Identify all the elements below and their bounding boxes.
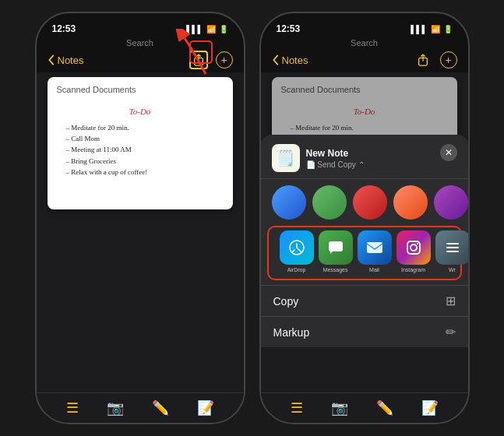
svg-point-7 (411, 244, 417, 251)
phone-notch (101, 13, 179, 33)
red-arrow-annotation (171, 29, 210, 79)
svg-rect-10 (446, 247, 459, 248)
bottom-toolbar-right: ☰ 📷 ✏️ 📝 (261, 392, 468, 423)
nav-bar-left: Notes + (37, 49, 244, 72)
apps-row: AirDrop Messages (267, 226, 462, 280)
left-phone: 12:53 ▌▌▌ 📶 🔋 Search Notes + (35, 12, 245, 424)
plus-icon-right: + (445, 54, 451, 66)
edit-icon-right[interactable]: 📝 (421, 399, 439, 417)
note-section-title-left: Scanned Documents (57, 85, 224, 94)
search-hint-left: Search (37, 38, 244, 47)
copy-action-row[interactable]: Copy ⊞ (261, 285, 468, 316)
compose-icon[interactable]: ✏️ (152, 399, 169, 417)
markup-action-row[interactable]: Markup ✏ (261, 316, 468, 347)
phone-content-right: Scanned Documents To-Do – Meditate for 2… (261, 72, 468, 392)
todo-item-1-right: – Meditate for 20 min. (291, 122, 442, 133)
edit-icon[interactable]: 📝 (197, 399, 214, 417)
instagram-icon (397, 230, 431, 265)
messages-icon (319, 230, 353, 265)
contact-avatar-1[interactable] (272, 185, 306, 220)
back-label-right: Notes (282, 54, 308, 66)
battery-icon: 🔋 (219, 25, 228, 33)
compose-icon-right[interactable]: ✏️ (376, 399, 393, 417)
mail-label: Mail (369, 267, 379, 272)
chevron-left-icon (48, 54, 55, 65)
messages-button[interactable]: Messages (319, 230, 353, 272)
share-sheet: 🗒️ New Note 📄 Send Copy ⌃ ✕ (261, 135, 468, 347)
instagram-label: Instagram (401, 267, 425, 272)
todo-item-3-left: – Meeting at 11:00 AM (66, 144, 217, 155)
share-icon-right (418, 54, 428, 66)
status-icons-right: ▌▌▌ 📶 🔋 (411, 25, 452, 33)
contact-avatar-5[interactable] (434, 185, 468, 220)
svg-point-8 (417, 243, 418, 244)
add-button-right[interactable]: + (440, 51, 457, 69)
back-button-right[interactable]: Notes (272, 54, 308, 66)
todo-item-5-left: – Relax with a cup of coffee! (66, 167, 217, 178)
camera-icon-right[interactable]: 📷 (331, 399, 348, 417)
svg-rect-11 (446, 251, 459, 252)
share-app-details: New Note 📄 Send Copy ⌃ (306, 148, 365, 169)
share-sheet-header: 🗒️ New Note 📄 Send Copy ⌃ ✕ (261, 144, 468, 179)
share-app-icon: 🗒️ (272, 144, 300, 172)
back-button-left[interactable]: Notes (48, 54, 84, 66)
note-section-title-right: Scanned Documents (281, 85, 448, 94)
note-card-left: Scanned Documents To-Do – Meditate for 2… (48, 77, 233, 209)
messages-label: Messages (323, 267, 348, 272)
todo-title-left: To-Do (63, 105, 217, 119)
note-handwriting-left: To-Do – Meditate for 20 min. – Call Mom … (63, 105, 217, 178)
airdrop-button[interactable]: AirDrop (280, 230, 314, 272)
share-send-copy: 📄 Send Copy ⌃ (306, 160, 365, 169)
share-close-button[interactable]: ✕ (440, 144, 457, 161)
airdrop-icon (280, 230, 314, 265)
svg-rect-5 (367, 242, 382, 253)
airdrop-label: AirDrop (287, 267, 306, 272)
chevron-left-icon-right (272, 54, 280, 65)
mail-icon (358, 230, 392, 265)
nav-bar-right: Notes + (261, 49, 468, 72)
todo-title-right: To-Do (287, 105, 442, 119)
copy-action-label: Copy (273, 295, 299, 308)
wifi-icon-right: 📶 (431, 25, 440, 33)
right-phone: 12:53 ▌▌▌ 📶 🔋 Search Notes + (259, 12, 470, 424)
camera-icon[interactable]: 📷 (107, 399, 124, 417)
status-time-right: 12:53 (277, 23, 301, 34)
instagram-button[interactable]: Instagram (397, 230, 431, 272)
svg-rect-9 (446, 243, 459, 244)
share-app-name: New Note (306, 148, 365, 159)
plus-icon-left: + (220, 54, 227, 66)
phone-content-left: Scanned Documents To-Do – Meditate for 2… (37, 72, 244, 392)
share-app-info: 🗒️ New Note 📄 Send Copy ⌃ (272, 144, 365, 172)
svg-rect-4 (329, 241, 343, 251)
more-button[interactable]: Wr (435, 230, 468, 272)
contact-avatar-4[interactable] (393, 185, 428, 220)
list-icon[interactable]: ☰ (66, 399, 79, 417)
bottom-toolbar-left: ☰ 📷 ✏️ 📝 (37, 392, 244, 423)
markup-action-icon: ✏ (446, 325, 456, 339)
more-label: Wr (449, 267, 456, 272)
contact-avatar-3[interactable] (353, 185, 387, 220)
mail-button[interactable]: Mail (358, 230, 392, 272)
todo-item-2-left: – Call Mom (66, 133, 217, 144)
phone-notch-right (326, 13, 404, 33)
contacts-row (261, 179, 468, 226)
markup-action-label: Markup (273, 326, 310, 339)
todo-item-4-left: – Bring Groceries (66, 156, 217, 167)
signal-icon-right: ▌▌▌ (411, 25, 427, 33)
battery-icon-right: 🔋 (443, 25, 453, 33)
nav-actions-right: + (414, 51, 457, 69)
list-icon-right[interactable]: ☰ (291, 399, 303, 417)
copy-action-icon: ⊞ (446, 294, 456, 308)
search-hint-right: Search (261, 38, 468, 47)
todo-item-1-left: – Meditate for 20 min. (66, 122, 217, 133)
status-time-left: 12:53 (52, 23, 76, 34)
note-paper-left: To-Do – Meditate for 20 min. – Call Mom … (57, 99, 224, 200)
more-icon (435, 230, 468, 265)
contact-avatar-2[interactable] (312, 185, 347, 220)
add-button-left[interactable]: + (216, 51, 233, 69)
share-button-right[interactable] (414, 51, 432, 69)
back-label-left: Notes (58, 54, 84, 66)
